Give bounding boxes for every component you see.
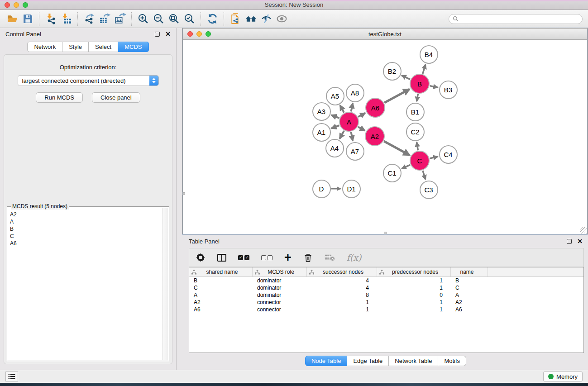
- close-table-panel-icon[interactable]: ✕: [577, 238, 583, 244]
- tab-network-table[interactable]: Network Table: [389, 356, 438, 366]
- export-table-icon[interactable]: [97, 12, 112, 26]
- column-header[interactable]: predecessor nodes: [377, 267, 451, 276]
- function-builder-icon[interactable]: f(x): [347, 251, 362, 264]
- zoom-fit-icon[interactable]: [166, 12, 182, 26]
- network-window-titlebar[interactable]: testGlobe.txt: [183, 29, 587, 40]
- edge-B-B2[interactable]: [402, 76, 410, 80]
- apply-layout-icon[interactable]: [205, 12, 220, 26]
- deselect-all-icon[interactable]: [261, 251, 272, 264]
- table-cell[interactable]: connector: [253, 299, 307, 305]
- graph-node-C[interactable]: C: [410, 151, 430, 171]
- table-cell[interactable]: 1: [377, 299, 451, 305]
- result-item[interactable]: B: [10, 225, 162, 233]
- edge-B-B3[interactable]: [430, 86, 438, 88]
- zoom-out-icon[interactable]: [151, 12, 166, 26]
- tab-select[interactable]: Select: [89, 42, 118, 52]
- edge-B-B1[interactable]: [417, 94, 418, 101]
- table-cell[interactable]: dominator: [253, 292, 307, 298]
- tab-mcds[interactable]: MCDS: [118, 42, 148, 52]
- table-cell[interactable]: C: [189, 285, 253, 291]
- graph-node-A6[interactable]: A6: [365, 98, 385, 118]
- float-panel-icon[interactable]: [155, 32, 160, 37]
- result-scrollbar[interactable]: [162, 208, 168, 360]
- table-cell[interactable]: C: [451, 285, 488, 291]
- edge-A6-B[interactable]: [384, 89, 410, 103]
- table-row[interactable]: A2connector11A2: [189, 299, 583, 306]
- table-cell[interactable]: A2: [451, 299, 488, 305]
- run-mcds-button[interactable]: Run MCDS: [36, 92, 83, 103]
- table-cell[interactable]: A2: [189, 299, 253, 305]
- graph-node-B[interactable]: B: [410, 74, 430, 94]
- column-header[interactable]: shared name: [189, 267, 253, 276]
- network-canvas[interactable]: B4B2BB3A5A8A6A3B1AA1C2A2A4A7C4CC1DD1C3: [183, 40, 587, 234]
- graph-node-B2[interactable]: B2: [383, 62, 402, 81]
- edge-A-A6[interactable]: [358, 113, 365, 117]
- import-network-icon[interactable]: [43, 12, 58, 26]
- column-header[interactable]: successor nodes: [307, 267, 377, 276]
- graph-node-A5[interactable]: A5: [326, 87, 344, 105]
- result-item[interactable]: A2: [10, 211, 162, 218]
- table-cell[interactable]: 1: [377, 306, 451, 313]
- task-history-button[interactable]: [5, 372, 18, 381]
- edge-C-C2[interactable]: [417, 142, 418, 150]
- edge-A-A8[interactable]: [351, 103, 353, 111]
- edge-A-A4[interactable]: [339, 131, 344, 138]
- table-cell[interactable]: A: [451, 292, 488, 298]
- zoom-selected-icon[interactable]: [182, 12, 197, 26]
- tab-edge-table[interactable]: Edge Table: [347, 356, 389, 366]
- search-field[interactable]: [449, 14, 583, 24]
- table-cell[interactable]: 1: [377, 285, 451, 291]
- result-item[interactable]: A6: [10, 240, 162, 247]
- edge-A2-C[interactable]: [384, 141, 410, 155]
- table-cell[interactable]: 8: [307, 292, 377, 298]
- column-header[interactable]: name: [451, 267, 488, 276]
- graph-node-A[interactable]: A: [339, 112, 359, 132]
- export-image-icon[interactable]: [112, 12, 128, 26]
- table-cell[interactable]: B: [189, 277, 253, 284]
- export-network-icon[interactable]: [81, 12, 97, 26]
- tab-motifs[interactable]: Motifs: [438, 356, 466, 366]
- destroy-table-icon[interactable]: [325, 251, 335, 264]
- table-cell[interactable]: dominator: [253, 285, 307, 291]
- table-row[interactable]: Cdominator41C: [189, 284, 583, 291]
- edge-A-A5[interactable]: [340, 105, 344, 113]
- table-cell[interactable]: 1: [307, 299, 377, 305]
- save-session-icon[interactable]: [20, 12, 35, 26]
- show-eye-icon[interactable]: [274, 12, 289, 26]
- table-cell[interactable]: A: [189, 292, 253, 298]
- table-cell[interactable]: dominator: [253, 277, 307, 284]
- float-table-panel-icon[interactable]: [567, 239, 572, 244]
- table-cell[interactable]: connector: [253, 306, 307, 313]
- graph-node-A4[interactable]: A4: [325, 139, 344, 157]
- memory-button[interactable]: Memory: [543, 372, 583, 381]
- graph-node-C2[interactable]: C2: [406, 123, 425, 141]
- graph-node-D[interactable]: D: [312, 180, 331, 198]
- table-cell[interactable]: 0: [377, 292, 451, 298]
- delete-icon[interactable]: [303, 251, 313, 264]
- zoom-in-icon[interactable]: [135, 12, 151, 26]
- node-table[interactable]: shared nameMCDS rolesuccessor nodesprede…: [189, 267, 584, 353]
- edge-A-A2[interactable]: [358, 127, 365, 131]
- edge-C-C4[interactable]: [430, 157, 438, 158]
- graph-node-C3[interactable]: C3: [420, 181, 438, 199]
- graph-node-D1[interactable]: D1: [342, 180, 361, 198]
- hide-details-eye-icon[interactable]: [258, 12, 274, 26]
- tab-network[interactable]: Network: [27, 42, 62, 52]
- graph-node-A3[interactable]: A3: [312, 102, 331, 121]
- graph-node-A8[interactable]: A8: [346, 84, 364, 102]
- edge-B-B4[interactable]: [423, 64, 425, 74]
- resize-grip[interactable]: [580, 227, 587, 234]
- table-cell[interactable]: 4: [307, 285, 377, 291]
- gear-icon[interactable]: [196, 251, 206, 264]
- table-cell[interactable]: A6: [189, 306, 253, 313]
- table-cell[interactable]: B: [451, 277, 488, 284]
- graph-node-C1[interactable]: C1: [383, 164, 402, 182]
- left-resize-notch[interactable]: [182, 192, 185, 195]
- tab-style[interactable]: Style: [62, 42, 89, 52]
- select-all-icon[interactable]: ✓✓: [238, 251, 249, 264]
- graph-node-A7[interactable]: A7: [346, 142, 364, 161]
- result-item[interactable]: C: [10, 233, 162, 240]
- open-file-icon[interactable]: [5, 12, 20, 26]
- tab-node-table[interactable]: Node Table: [305, 356, 348, 366]
- table-cell[interactable]: 4: [307, 277, 377, 284]
